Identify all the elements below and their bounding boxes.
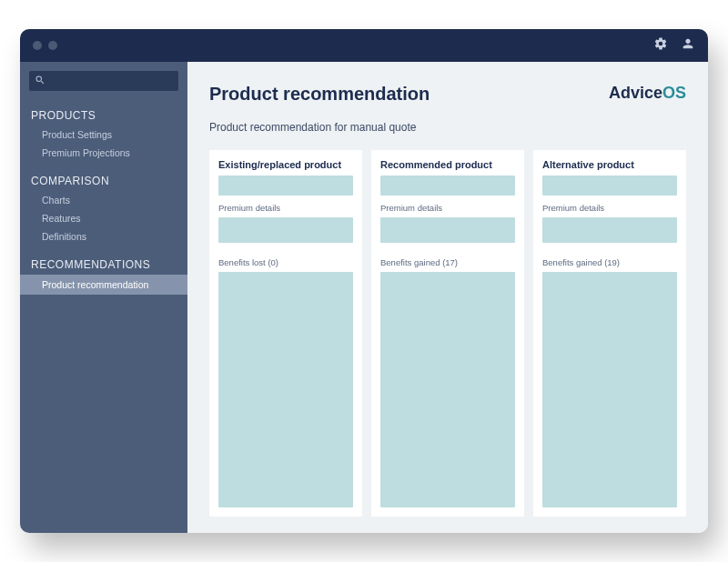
titlebar	[20, 29, 708, 62]
premium-details-block	[380, 217, 515, 243]
card-title: Existing/replaced product	[218, 159, 353, 170]
benefits-block	[380, 272, 515, 507]
product-name-block	[542, 176, 677, 196]
sidebar-item-product-settings[interactable]: Product Settings	[20, 125, 187, 144]
sidebar: PRODUCTS Product Settings Premium Projec…	[20, 62, 187, 533]
sidebar-item-charts[interactable]: Charts	[20, 191, 187, 209]
benefits-block	[542, 272, 677, 507]
benefits-label: Benefits gained (19)	[542, 257, 677, 267]
premium-details-label: Premium details	[542, 203, 677, 213]
card-recommended-product: Recommended product Premium details Bene…	[371, 150, 524, 517]
benefits-label: Benefits gained (17)	[380, 257, 515, 267]
nav-section-comparison: COMPARISON	[20, 162, 187, 191]
product-name-block	[218, 176, 353, 196]
card-existing-product: Existing/replaced product Premium detail…	[209, 150, 362, 517]
premium-details-label: Premium details	[218, 203, 353, 213]
card-title: Alternative product	[542, 159, 677, 170]
columns: Existing/replaced product Premium detail…	[209, 150, 686, 517]
benefits-block	[218, 272, 353, 507]
benefits-label: Benefits lost (0)	[218, 257, 353, 267]
gear-icon[interactable]	[653, 36, 668, 55]
sidebar-item-product-recommendation[interactable]: Product recommendation	[20, 275, 187, 295]
main-header: Product recommendation AdviceOS	[209, 84, 686, 105]
titlebar-actions	[653, 36, 695, 55]
user-icon[interactable]	[681, 36, 695, 55]
nav-section-products: PRODUCTS	[20, 96, 187, 125]
main-content: Product recommendation AdviceOS Product …	[187, 62, 708, 533]
premium-details-block	[218, 217, 353, 243]
app-window: PRODUCTS Product Settings Premium Projec…	[20, 29, 708, 533]
page-subtitle: Product recommendation for manual quote	[209, 121, 686, 134]
brand-part2: OS	[662, 84, 686, 102]
sidebar-item-premium-projections[interactable]: Premium Projections	[20, 144, 187, 162]
brand-logo: AdviceOS	[609, 84, 686, 103]
card-title: Recommended product	[380, 159, 515, 170]
window-dot-icon[interactable]	[48, 41, 57, 50]
window-dot-icon[interactable]	[33, 41, 42, 50]
card-alternative-product: Alternative product Premium details Bene…	[533, 150, 686, 517]
sidebar-item-reatures[interactable]: Reatures	[20, 209, 187, 227]
window-controls	[33, 41, 57, 50]
app-body: PRODUCTS Product Settings Premium Projec…	[20, 62, 708, 533]
premium-details-block	[542, 217, 677, 243]
page-title: Product recommendation	[209, 84, 430, 105]
search-input[interactable]	[29, 71, 178, 91]
sidebar-item-definitions[interactable]: Definitions	[20, 227, 187, 246]
premium-details-label: Premium details	[380, 203, 515, 213]
brand-part1: Advice	[609, 84, 662, 102]
nav-section-recommendations: RECOMMENDATIONS	[20, 246, 187, 275]
search-icon	[35, 75, 46, 87]
product-name-block	[380, 176, 515, 196]
search-wrap	[20, 62, 187, 96]
